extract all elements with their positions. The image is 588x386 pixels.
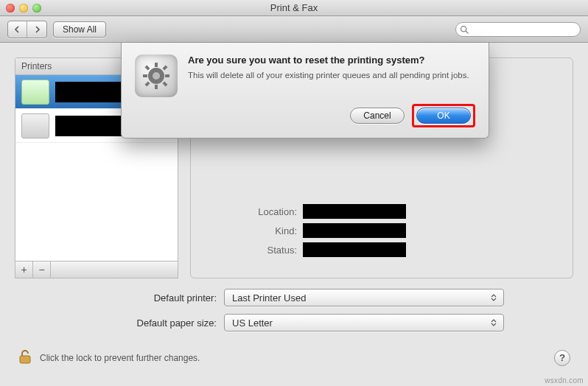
kind-row: Kind: (209, 223, 555, 238)
search-input[interactable] (471, 24, 575, 35)
chevron-updown-icon (489, 292, 499, 303)
remove-printer-button[interactable]: − (33, 262, 51, 278)
dialog-title: Are you sure you want to reset the print… (188, 55, 475, 67)
svg-rect-12 (162, 81, 167, 86)
svg-rect-10 (162, 65, 167, 70)
default-paper-row: Default paper size: US Letter (84, 314, 504, 331)
zoom-window-button[interactable] (32, 4, 41, 13)
back-button[interactable] (8, 21, 27, 38)
forward-button[interactable] (27, 21, 46, 38)
dialog-body: Are you sure you want to reset the print… (188, 55, 475, 127)
printer-green-icon (21, 80, 49, 105)
lock-open-icon[interactable] (18, 348, 32, 367)
chevron-left-icon (14, 26, 21, 33)
add-printer-button[interactable]: + (15, 262, 33, 278)
default-printer-row: Default printer: Last Printer Used (84, 289, 504, 306)
kind-value-redacted (303, 223, 406, 238)
svg-rect-11 (144, 81, 150, 86)
search-field-wrap[interactable] (455, 22, 581, 37)
location-row: Location: (209, 204, 555, 219)
svg-line-1 (466, 31, 469, 34)
svg-rect-6 (155, 85, 158, 89)
default-paper-value: US Letter (232, 317, 273, 329)
status-row: Status: (209, 242, 555, 257)
help-button[interactable]: ? (554, 350, 570, 366)
minimize-window-button[interactable] (19, 4, 28, 13)
default-paper-select[interactable]: US Letter (224, 314, 504, 331)
svg-point-4 (153, 72, 160, 80)
svg-rect-2 (20, 356, 30, 363)
cancel-button[interactable]: Cancel (350, 108, 405, 124)
status-value-redacted (303, 242, 406, 257)
close-window-button[interactable] (6, 4, 15, 13)
window-title: Print & Fax (0, 2, 588, 13)
default-printer-select[interactable]: Last Printer Used (224, 289, 504, 306)
window-controls (6, 4, 41, 13)
location-value-redacted (303, 204, 406, 219)
svg-rect-5 (155, 63, 158, 67)
ok-button[interactable]: OK (416, 108, 471, 124)
location-label: Location: (209, 206, 297, 217)
dialog-icon (135, 55, 178, 97)
printer-gray-icon (21, 113, 49, 138)
svg-rect-9 (144, 65, 150, 70)
nav-segment (7, 21, 47, 38)
gear-icon (135, 55, 178, 97)
default-paper-label: Default paper size: (84, 317, 217, 329)
toolbar: Show All (0, 16, 588, 43)
ok-highlight: OK (412, 104, 475, 127)
lock-row: Click the lock to prevent further change… (18, 348, 570, 367)
default-printer-value: Last Printer Used (232, 292, 306, 303)
svg-point-0 (461, 26, 466, 31)
search-icon (460, 25, 469, 35)
svg-rect-8 (165, 74, 169, 77)
reset-printing-dialog: Are you sure you want to reset the print… (121, 43, 489, 138)
default-printer-label: Default printer: (84, 292, 217, 303)
lock-text: Click the lock to prevent further change… (40, 353, 200, 363)
watermark: wsxdn.com (545, 376, 584, 385)
show-all-button[interactable]: Show All (53, 21, 106, 38)
kind-label: Kind: (209, 225, 297, 236)
chevron-updown-icon (489, 317, 499, 329)
titlebar: Print & Fax (0, 0, 588, 16)
printers-footer: + − (15, 261, 178, 278)
status-label: Status: (209, 245, 297, 256)
dialog-buttons: Cancel OK (188, 104, 475, 127)
svg-rect-7 (143, 74, 147, 77)
chevron-right-icon (34, 26, 41, 33)
detail-rows: Location: Kind: Status: (209, 204, 555, 257)
defaults-form: Default printer: Last Printer Used Defau… (15, 289, 573, 331)
dialog-message: This will delete all of your existing pr… (188, 70, 475, 82)
